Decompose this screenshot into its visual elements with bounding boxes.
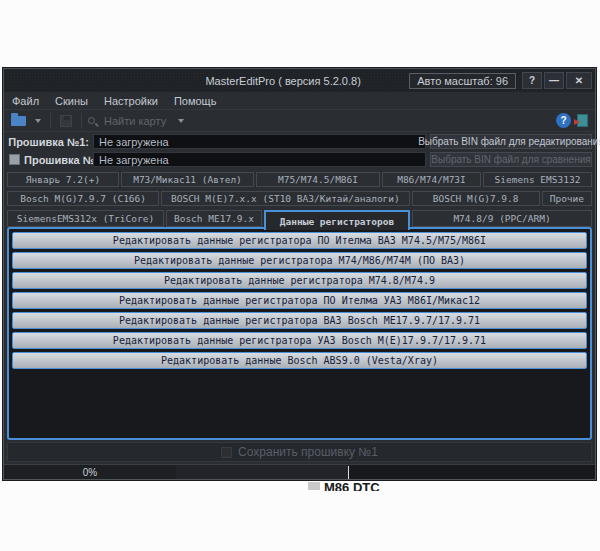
search-input[interactable]: Найти карту xyxy=(104,115,166,127)
tab-bosch-me179x[interactable]: Bosch ME17.9.x xyxy=(166,210,262,227)
tab-m748-9-ppc-arm[interactable]: М74.8/9 (PPC/ARM) xyxy=(412,210,592,227)
progress-bar: 0% xyxy=(4,464,595,479)
toolbar-separator xyxy=(50,113,51,129)
help-icon[interactable]: ? xyxy=(556,113,571,128)
menu-settings[interactable]: Настройки xyxy=(104,95,158,107)
tab-bosch-mg797[interactable]: Bosch M(G)7.9.7 (C166) xyxy=(7,191,159,206)
chevron-down-icon xyxy=(178,119,184,123)
menu-skins[interactable]: Скины xyxy=(55,95,88,107)
tab-bosch-mg798[interactable]: BOSCH M(G)7.9.8 xyxy=(412,191,540,206)
firmware1-path-field[interactable]: Не загружена xyxy=(93,134,426,149)
clipped-label: М86 DTC xyxy=(324,480,380,491)
search-icon xyxy=(88,117,95,124)
clipped-background-text: М86 DTC xyxy=(308,480,380,491)
exit-button[interactable] xyxy=(574,112,591,130)
toolbar-separator xyxy=(81,113,82,129)
tab-m73-mikas11[interactable]: М73/Микас11 (Автел) xyxy=(121,172,254,187)
folder-icon xyxy=(11,116,26,126)
edit-uaz-bosch-me17-button[interactable]: Редактировать данные регистратора УАЗ Bo… xyxy=(12,332,587,349)
edit-m74-m86-button[interactable]: Редактировать данные регистратора М74/М8… xyxy=(12,252,587,269)
select-bin-edit-button[interactable]: Выбрать BIN файл для редактирования xyxy=(430,134,592,149)
floppy-disk-icon xyxy=(221,447,232,458)
app-window: MasterEditPro ( версия 5.2.0.8) Авто мас… xyxy=(3,68,596,480)
menu-bar: Файл Скины Настройки Помощь xyxy=(4,92,595,110)
firmware2-row: Прошивка №2: Не загружена Выбрать BIN фа… xyxy=(7,151,592,168)
tab-row-2: Bosch M(G)7.9.7 (C166) BOSCH M(E)7.x.x (… xyxy=(4,191,595,206)
edit-itelma-vaz-button[interactable]: Редактировать данные регистратора ПО Ите… xyxy=(12,232,587,249)
chevron-down-icon xyxy=(35,119,41,123)
tab-siemens-ems3132[interactable]: Siemens EMS3132 xyxy=(483,172,592,187)
firmware1-label: Прошивка №1: xyxy=(7,136,89,148)
floppy-disk-icon xyxy=(60,115,72,127)
tab-m75-m745-m86i[interactable]: М75/М74.5/М86I xyxy=(256,172,380,187)
progress-segment xyxy=(176,465,348,479)
toolbar: Найти карту ? xyxy=(4,110,595,132)
open-file-dropdown[interactable] xyxy=(32,112,44,130)
tab-registrator-data[interactable]: Данные регистраторов xyxy=(264,210,410,230)
progress-value: 0% xyxy=(4,465,176,479)
edit-itelma-uaz-button[interactable]: Редактировать данные регистратора ПО Ите… xyxy=(12,292,587,309)
clipped-icon xyxy=(308,482,320,490)
menu-file[interactable]: Файл xyxy=(12,95,39,107)
save-firmware-button[interactable]: Сохранить прошивку №1 xyxy=(7,442,592,462)
edit-bosch-abs9-button[interactable]: Редактировать данные Bosch ABS9.0 (Vesta… xyxy=(12,352,587,369)
tab-m86-m74-m73i[interactable]: М86/М74/М73I xyxy=(382,172,481,187)
search-dropdown[interactable] xyxy=(175,112,187,130)
help-window-button[interactable]: ? xyxy=(522,72,542,89)
tab-siemens-ems312x[interactable]: SiemensEMS312x (TriCore) xyxy=(7,210,164,227)
exit-door-icon xyxy=(577,114,588,127)
minimize-button[interactable]: — xyxy=(544,72,564,89)
tab-row-3: SiemensEMS312x (TriCore) Bosch ME17.9.x … xyxy=(4,210,595,227)
registrator-panel: Редактировать данные регистратора ПО Ите… xyxy=(7,227,592,440)
window-title: MasterEditPro ( версия 5.2.0.8) xyxy=(7,75,409,87)
edit-m748-m749-button[interactable]: Редактировать данные регистратора М74.8/… xyxy=(12,272,587,289)
edit-vaz-bosch-me17-button[interactable]: Редактировать данные регистратора ВАЗ Bo… xyxy=(12,312,587,329)
tab-bosch-me7xx[interactable]: BOSCH M(E)7.x.x (ST10 ВАЗ/Китай/аналоги) xyxy=(161,191,409,206)
tab-other[interactable]: Прочие xyxy=(542,191,592,206)
firmware2-label: Прошивка №2: xyxy=(24,154,89,166)
title-bar[interactable]: MasterEditPro ( версия 5.2.0.8) Авто мас… xyxy=(4,69,595,92)
save-toolbar-button[interactable] xyxy=(57,112,75,130)
save-firmware-label: Сохранить прошивку №1 xyxy=(238,445,378,459)
firmware1-row: Прошивка №1: Не загружена Выбрать BIN фа… xyxy=(7,133,592,150)
firmware2-checkbox[interactable] xyxy=(9,154,20,165)
select-bin-compare-button[interactable]: Выбрать BIN файл для сравнения xyxy=(430,152,592,167)
menu-help[interactable]: Помощь xyxy=(174,95,217,107)
tab-row-1: Январь 7.2(+) М73/Микас11 (Автел) М75/М7… xyxy=(4,172,595,187)
open-file-button[interactable] xyxy=(8,112,29,130)
firmware2-path-field[interactable]: Не загружена xyxy=(93,152,426,167)
progress-cursor xyxy=(348,466,349,479)
close-button[interactable]: ✕ xyxy=(566,72,592,89)
tab-yanvar-72[interactable]: Январь 7.2(+) xyxy=(7,172,119,187)
auto-scale-badge: Авто масштаб: 96 xyxy=(409,73,516,89)
